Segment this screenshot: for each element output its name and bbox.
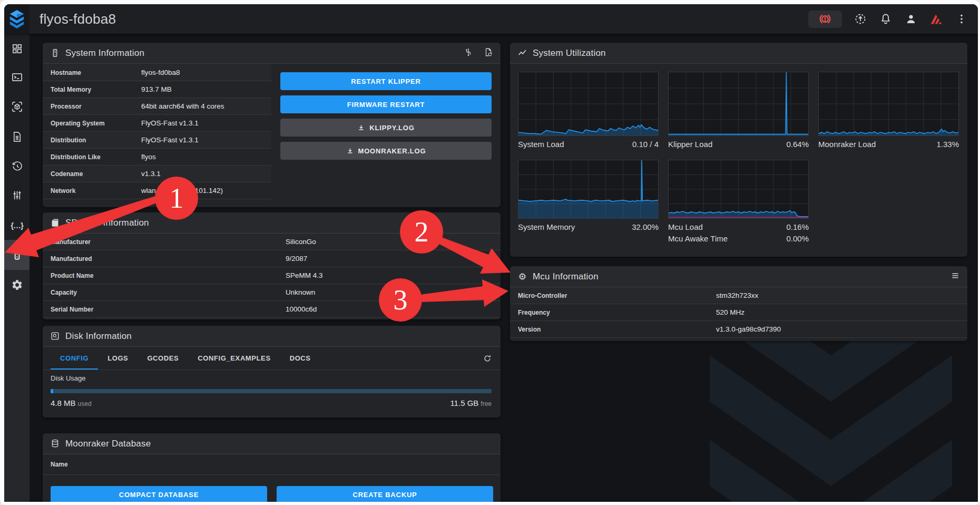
row-label: Codename	[43, 170, 83, 178]
row-value: FlyOS-Fast v1.3.1	[141, 119, 199, 127]
update-button[interactable]	[854, 12, 867, 26]
row-value: v1.3.0-ga98c9d7390	[716, 325, 781, 333]
table-row[interactable]: Codenamev1.3.1	[43, 166, 271, 182]
sidebar-item-tune[interactable]	[4, 180, 30, 210]
firmware-restart-button[interactable]: FIRMWARE RESTART	[280, 95, 492, 113]
tab-config[interactable]: CONFIG	[51, 347, 98, 370]
table-row[interactable]: Product NameSPeMM 4.3	[43, 267, 501, 284]
sidebar-item-machine[interactable]	[4, 240, 30, 269]
klippy-log-button[interactable]: KLIPPY.LOG	[280, 119, 492, 137]
row-value: Unknown	[286, 288, 315, 296]
bell-icon	[879, 13, 892, 25]
table-row[interactable]: CapacityUnknown	[43, 284, 501, 301]
refresh-button[interactable]	[483, 354, 492, 363]
tab-logs[interactable]: LOGS	[98, 347, 138, 370]
update-icon	[854, 13, 867, 25]
table-row[interactable]: Total Memory913.7 MB	[43, 81, 271, 98]
klipper-load-chart	[668, 72, 809, 136]
brand-link[interactable]	[929, 12, 943, 26]
tab-docs[interactable]: DOCS	[280, 347, 320, 370]
sidebar-item-gcode-files[interactable]	[4, 122, 30, 151]
table-row[interactable]: Serial Number10000c6d	[43, 301, 501, 318]
system-utilization-panel: System Utilization System Load0.10 / 4 K…	[510, 43, 967, 257]
column-header-name: Name	[51, 461, 68, 468]
sd-card-icon	[50, 218, 60, 228]
refresh-icon	[483, 354, 492, 363]
row-value: flyos	[141, 153, 156, 161]
menu-lines-icon[interactable]	[950, 271, 960, 283]
sidebar-item-machine-config[interactable]: {…}	[4, 210, 30, 240]
machine-icon	[11, 249, 23, 261]
table-row[interactable]: Networkwlan101.142)	[43, 182, 271, 199]
tab-gcodes[interactable]: GCODES	[138, 347, 188, 370]
table-row[interactable]: Versionv1.3.0-ga98c9d7390	[510, 321, 967, 338]
row-label: Capacity	[43, 289, 77, 296]
row-value: 913.7 MB	[141, 85, 172, 93]
app-logo[interactable]	[4, 4, 30, 34]
panel-title: SD Card Information	[65, 218, 149, 228]
system-information-panel: System Information Hostnameflyos-fd0ba8 …	[43, 43, 501, 207]
machine-config-icon: {…}	[11, 221, 23, 230]
disk-usage-label: Disk Usage	[51, 374, 85, 382]
row-label: Total Memory	[43, 86, 91, 93]
file-refresh-icon[interactable]	[484, 47, 493, 59]
mcu-awake-time-stat: Mcu Awake Time0.00%	[668, 234, 809, 243]
account-icon	[905, 13, 917, 25]
overflow-menu-button[interactable]	[955, 12, 968, 26]
system-memory-stat: System Memory32.00%	[518, 222, 659, 231]
chart-line-icon	[517, 48, 527, 58]
row-label: Manufactured	[43, 255, 92, 263]
table-row[interactable]: Micro-Controllerstm32h723xx	[510, 287, 967, 304]
disk-usage-bar	[51, 389, 492, 393]
sidebar-nav: {…}	[4, 34, 30, 502]
emergency-stop-icon	[818, 12, 832, 26]
screenshot-frame: flyos-fdoba8	[0, 0, 980, 505]
tab-config-examples[interactable]: CONFIG_EXAMPLES	[188, 347, 280, 370]
notifications-button[interactable]	[879, 12, 893, 26]
disk-information-header: Disk Information	[43, 326, 501, 347]
account-button[interactable]	[904, 12, 918, 26]
table-row[interactable]: Processor64bit aarch64 with 4 cores	[43, 98, 271, 115]
app-window: flyos-fdoba8	[4, 4, 978, 502]
tune-icon	[11, 189, 23, 201]
database-icon	[50, 439, 60, 449]
disk-information-panel: Disk Information CONFIG LOGS GCODES CONF…	[43, 326, 501, 417]
gcode-files-icon	[11, 131, 23, 143]
dashboard-icon	[11, 43, 23, 55]
moonraker-database-panel: Moonraker Database Name COMPACT DATABASE…	[43, 433, 501, 502]
sidebar-item-gcode-preview[interactable]	[4, 92, 30, 121]
sd-card-panel: SD Card Information ManufacturerSiliconG…	[43, 212, 501, 319]
row-label: Distribution	[43, 137, 86, 144]
row-label: Product Name	[43, 272, 93, 279]
usb-icon[interactable]	[464, 47, 473, 59]
system-load-stat: System Load0.10 / 4	[518, 140, 659, 149]
table-row[interactable]: DistributionFlyOS-Fast v1.3.1	[43, 132, 271, 149]
system-memory-chart	[518, 160, 659, 219]
sidebar-item-dashboard[interactable]	[4, 34, 30, 63]
table-row[interactable]: ManufacturerSiliconGo	[43, 234, 501, 250]
create-backup-button[interactable]: CREATE BACKUP	[277, 486, 493, 502]
moonraker-log-button[interactable]: MOONRAKER.LOG	[280, 142, 492, 160]
table-row[interactable]: Hostnameflyos-fd0ba8	[43, 64, 271, 81]
sidebar-item-console[interactable]	[4, 62, 30, 92]
compact-database-button[interactable]: COMPACT DATABASE	[51, 486, 267, 502]
table-row[interactable]: Operating SystemFlyOS-Fast v1.3.1	[43, 115, 271, 132]
mcu-load-stat: Mcu Load0.16%	[668, 222, 809, 231]
mcu-information-panel: Mcu Information Micro-Controllerstm32h72…	[510, 266, 967, 341]
panel-title: Moonraker Database	[65, 439, 151, 449]
panel-title: Disk Information	[65, 331, 132, 342]
server-icon	[50, 48, 60, 58]
page-title: flyos-fdoba8	[40, 11, 116, 27]
table-row[interactable]: Distribution Likeflyos	[43, 149, 271, 166]
emergency-stop-button[interactable]	[808, 11, 842, 28]
table-row[interactable]: Manufactured9/2087	[43, 250, 501, 267]
table-row[interactable]: Frequency520 MHz	[510, 304, 967, 321]
divider	[43, 474, 501, 475]
restart-klipper-button[interactable]: RESTART KLIPPER	[280, 72, 492, 90]
sd-card-header: SD Card Information	[43, 212, 501, 234]
mcu-information-header: Mcu Information	[510, 266, 967, 287]
sidebar-item-settings[interactable]	[4, 270, 30, 299]
sidebar-item-history[interactable]	[4, 151, 30, 181]
row-value: 10000c6d	[286, 305, 317, 313]
row-value: 64bit aarch64 with 4 cores	[141, 102, 224, 110]
